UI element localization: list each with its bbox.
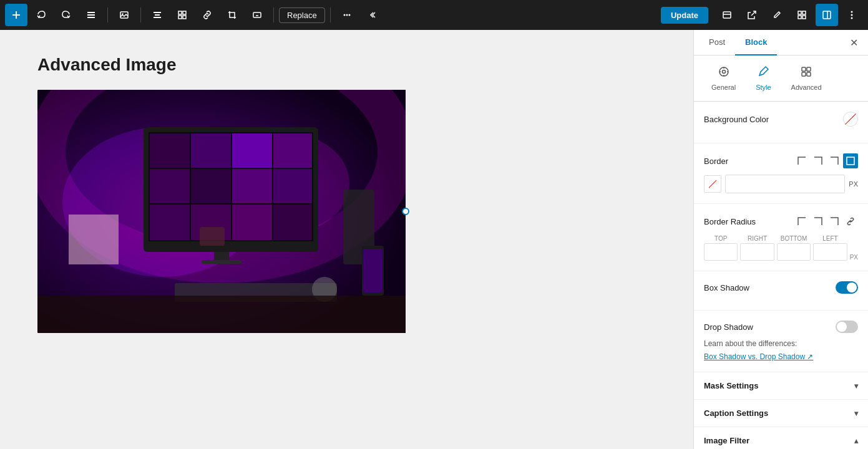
- page-title: Advanced Image: [37, 55, 656, 75]
- border-radius-top-label: TOP: [714, 235, 727, 242]
- border-radius-bottom-input[interactable]: [777, 243, 811, 261]
- toolbar-right: [716, 4, 863, 26]
- border-radius-label: Border Radius: [704, 217, 756, 226]
- svg-line-21: [751, 11, 756, 16]
- block-type-button[interactable]: [171, 4, 193, 26]
- svg-rect-4: [87, 17, 95, 18]
- replace-button[interactable]: Replace: [279, 7, 325, 23]
- undo-button[interactable]: [30, 4, 52, 26]
- mask-settings-chevron: ▾: [854, 382, 858, 390]
- layout-button[interactable]: [816, 4, 838, 26]
- svg-rect-52: [69, 215, 119, 264]
- border-radius-inputs-row: TOP RIGHT BOTTOM LEFT PX: [704, 235, 858, 261]
- svg-rect-2: [87, 12, 95, 13]
- link-button[interactable]: [196, 4, 218, 26]
- panel-tab-bar: General Style Advanced: [694, 56, 868, 102]
- border-radius-icon-row: [794, 214, 858, 229]
- list-view-button[interactable]: [80, 4, 102, 26]
- crop-button[interactable]: [221, 4, 243, 26]
- svg-rect-44: [232, 169, 272, 203]
- svg-point-16: [343, 14, 345, 16]
- external-link-button[interactable]: [741, 4, 763, 26]
- border-bottom-right-button[interactable]: [827, 153, 842, 168]
- svg-rect-50: [214, 252, 229, 261]
- redo-button[interactable]: [55, 4, 77, 26]
- border-radius-top-input[interactable]: [704, 243, 738, 261]
- resize-handle[interactable]: [402, 208, 409, 215]
- border-color-picker[interactable]: [704, 175, 721, 193]
- collapse-button[interactable]: [361, 4, 383, 26]
- box-vs-drop-link[interactable]: Box Shadow vs. Drop Shadow ↗: [704, 352, 813, 361]
- box-shadow-toggle[interactable]: [836, 281, 858, 294]
- embed-button[interactable]: [246, 4, 268, 26]
- image-filter-header[interactable]: Image Filter ▴: [694, 427, 868, 449]
- update-button[interactable]: Update: [661, 7, 708, 24]
- window-mode-button[interactable]: [716, 4, 738, 26]
- learn-about-text: Learn about the differences:: [704, 339, 858, 348]
- border-radius-right-label: RIGHT: [748, 235, 767, 242]
- border-width-input[interactable]: [725, 175, 845, 193]
- add-block-button[interactable]: [5, 4, 27, 26]
- svg-rect-69: [807, 72, 811, 76]
- image-container[interactable]: [37, 90, 412, 333]
- align-button[interactable]: [146, 4, 168, 26]
- border-top-right-button[interactable]: [811, 153, 826, 168]
- border-radius-top-right-button[interactable]: [811, 214, 826, 229]
- border-radius-link-button[interactable]: [843, 214, 858, 229]
- general-tab-label: General: [711, 84, 736, 91]
- post-tab[interactable]: Post: [699, 30, 735, 56]
- border-radius-left-wrap: LEFT: [813, 235, 847, 261]
- svg-rect-51: [202, 260, 241, 264]
- main-content: Advanced Image: [0, 30, 693, 449]
- svg-point-28: [851, 11, 853, 13]
- svg-rect-66: [802, 67, 806, 71]
- sidebar-close-button[interactable]: ✕: [845, 30, 863, 55]
- caption-settings-label: Caption Settings: [704, 408, 768, 418]
- box-shadow-label: Box Shadow: [704, 283, 749, 292]
- border-radius-right-input[interactable]: [740, 243, 774, 261]
- border-input-row: PX: [704, 175, 858, 193]
- sidebar-options-button[interactable]: [841, 4, 863, 26]
- svg-rect-9: [154, 17, 161, 18]
- toolbar: Replace Update: [0, 0, 868, 30]
- drop-shadow-toggle[interactable]: [836, 321, 858, 333]
- svg-rect-41: [273, 133, 312, 168]
- svg-rect-10: [178, 11, 182, 14]
- svg-rect-26: [823, 11, 831, 19]
- svg-rect-67: [807, 67, 811, 71]
- border-radius-top-left-button[interactable]: [794, 214, 809, 229]
- drop-shadow-label: Drop Shadow: [704, 322, 753, 332]
- style-tab-label: Style: [756, 84, 771, 91]
- advanced-panel-tab[interactable]: Advanced: [781, 60, 832, 96]
- sidebar: Post Block ✕ General Style Advanced: [693, 30, 868, 449]
- image-placeholder: [37, 90, 406, 333]
- svg-rect-7: [154, 12, 161, 13]
- svg-rect-8: [155, 14, 160, 16]
- border-all-button[interactable]: [843, 153, 858, 168]
- svg-rect-58: [37, 296, 406, 333]
- more-options-button[interactable]: [336, 4, 358, 26]
- customize-button[interactable]: [766, 4, 788, 26]
- svg-rect-39: [191, 133, 231, 168]
- svg-rect-46: [150, 205, 190, 240]
- media-button[interactable]: [113, 4, 135, 26]
- border-top-left-button[interactable]: [794, 153, 809, 168]
- svg-rect-40: [232, 133, 272, 168]
- border-radius-left-label: LEFT: [822, 235, 837, 242]
- sidebar-inner: Background Color Border: [694, 102, 868, 449]
- style-panel-tab[interactable]: Style: [746, 60, 781, 96]
- svg-rect-42: [150, 169, 190, 203]
- caption-settings-header[interactable]: Caption Settings ▾: [694, 400, 868, 427]
- general-panel-tab[interactable]: General: [701, 60, 746, 96]
- svg-rect-70: [847, 157, 854, 165]
- svg-point-60: [719, 67, 728, 76]
- svg-point-61: [722, 70, 725, 74]
- border-radius-bottom-right-button[interactable]: [827, 214, 842, 229]
- border-radius-left-input[interactable]: [813, 243, 847, 261]
- block-tab[interactable]: Block: [735, 30, 777, 56]
- patterns-button[interactable]: [791, 4, 813, 26]
- mask-settings-header[interactable]: Mask Settings ▾: [694, 372, 868, 400]
- svg-rect-11: [183, 11, 186, 14]
- background-color-swatch[interactable]: [843, 112, 858, 127]
- border-unit-label: PX: [849, 180, 858, 188]
